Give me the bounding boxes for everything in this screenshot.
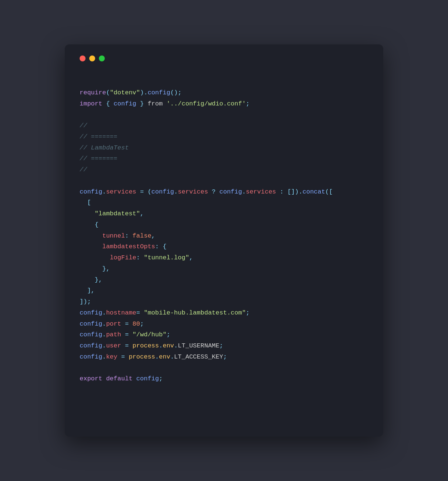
line-import: import { config } from '../config/wdio.c… — [80, 100, 250, 107]
line-array-close: ], — [80, 287, 95, 294]
line-comment2: // ======= — [80, 133, 117, 140]
minimize-button[interactable] — [89, 56, 95, 61]
line-services: config.services = (config.services ? con… — [80, 188, 333, 195]
line-lambdatestOpts: lambdatestOpts: { — [80, 243, 167, 250]
line-paren-close: ]); — [80, 298, 91, 305]
line-user: config.user = process.env.LT_USERNAME; — [80, 342, 223, 349]
code-content: require("dotenv").config(); import { con… — [80, 76, 368, 396]
close-button[interactable] — [80, 56, 86, 61]
line-lambdatest-string: "lambdatest", — [80, 210, 144, 217]
line-outer-brace-close: }, — [80, 276, 102, 283]
title-bar — [80, 56, 368, 61]
maximize-button[interactable] — [99, 56, 105, 61]
line-comment5: // — [80, 166, 87, 173]
line-hostname: config.hostname= "mobile-hub.lambdatest.… — [80, 309, 250, 316]
line-require: require("dotenv").config(); — [80, 89, 181, 96]
code-window: require("dotenv").config(); import { con… — [65, 44, 383, 437]
line-comment4: // ======= — [80, 155, 117, 162]
line-logFile: logFile: "tunnel.log", — [80, 254, 193, 261]
line-tunnel: tunnel: false, — [80, 232, 155, 239]
line-port: config.port = 80; — [80, 320, 144, 327]
line-comment3: // LambdaTest — [80, 144, 129, 151]
line-brace-open: { — [80, 221, 98, 228]
line-path: config.path = "/wd/hub"; — [80, 331, 170, 338]
line-export: export default config; — [80, 375, 163, 382]
line-key: config.key = process.env.LT_ACCESS_KEY; — [80, 353, 227, 360]
line-inner-brace-close: }, — [80, 265, 110, 272]
line-comment1: // — [80, 122, 87, 129]
line-bracket-open: [ — [80, 199, 91, 206]
